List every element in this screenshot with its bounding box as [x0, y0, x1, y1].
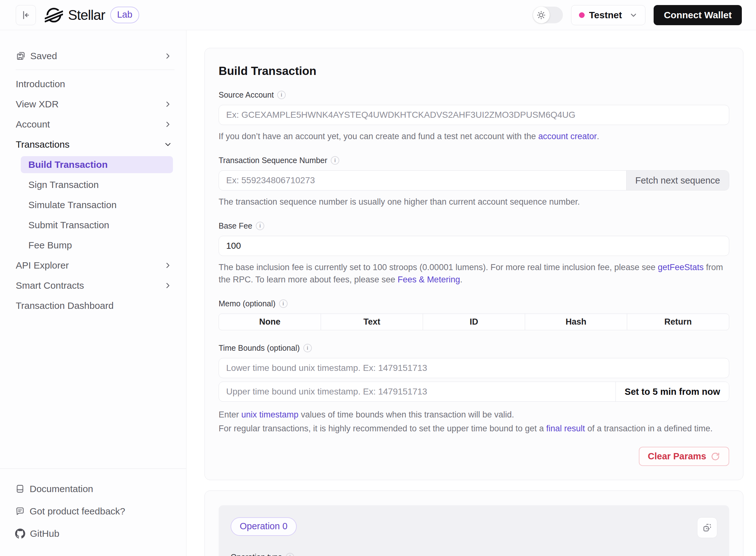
- unix-timestamp-link[interactable]: unix timestamp: [241, 410, 299, 419]
- fees-metering-link[interactable]: Fees & Metering: [397, 275, 460, 284]
- sidebar-item-label: Introduction: [16, 79, 65, 90]
- collapse-sidebar-button[interactable]: [16, 5, 36, 25]
- memo-tab-hash[interactable]: Hash: [525, 314, 627, 330]
- time-bounds-helper-2: For regular transactions, it is highly r…: [219, 422, 729, 435]
- chevron-down-icon: [629, 10, 638, 20]
- sidebar-divider: [16, 70, 174, 70]
- sidebar-item-label: Got product feedback?: [30, 506, 125, 517]
- final-result-link[interactable]: final result: [546, 424, 585, 433]
- chevron-down-icon: [163, 140, 172, 149]
- sidebar-item-label: Saved: [30, 51, 57, 61]
- sidebar-item-submit-transaction[interactable]: Submit Transaction: [0, 215, 186, 235]
- chevron-right-icon: [163, 100, 172, 109]
- lower-time-bound-input[interactable]: [219, 358, 729, 378]
- sidebar-item-github[interactable]: GitHub: [0, 522, 186, 545]
- memo-tab-id[interactable]: ID: [423, 314, 525, 330]
- get-fee-stats-link[interactable]: getFeeStats: [658, 263, 704, 272]
- info-icon[interactable]: i: [279, 300, 288, 308]
- sidebar-item-saved[interactable]: Saved: [0, 46, 186, 66]
- feedback-bubble-icon: [15, 506, 25, 516]
- sequence-field: Transaction Sequence Number i Fetch next…: [219, 156, 729, 208]
- set-5-min-button[interactable]: Set to 5 min from now: [616, 382, 729, 402]
- sidebar: Saved Introduction View XDR Account Tran…: [0, 30, 187, 556]
- base-fee-helper: The base inclusion fee is currently set …: [219, 261, 729, 286]
- connect-wallet-button[interactable]: Connect Wallet: [654, 5, 742, 25]
- info-icon[interactable]: i: [277, 91, 286, 99]
- chevron-right-icon: [163, 51, 172, 61]
- stellar-logo-icon: [45, 6, 63, 24]
- operations-card: Operation 0 Operation type i Select oper…: [204, 490, 744, 556]
- base-fee-input[interactable]: [219, 236, 729, 256]
- sequence-input[interactable]: [219, 171, 626, 190]
- sun-icon: [536, 10, 546, 20]
- source-account-field: Source Account i If you don’t have an ac…: [219, 90, 729, 143]
- sidebar-item-label: GitHub: [30, 528, 59, 539]
- sidebar-item-label: Sign Transaction: [28, 179, 99, 190]
- sidebar-item-label: Smart Contracts: [16, 280, 84, 291]
- copy-icon: [702, 522, 713, 533]
- main-content: Build Transaction Source Account i If yo…: [187, 30, 756, 556]
- sidebar-item-label: Submit Transaction: [28, 220, 109, 231]
- sidebar-footer: Documentation Got product feedback? GitH…: [0, 468, 186, 556]
- account-creator-link[interactable]: account creator: [538, 132, 597, 141]
- info-icon[interactable]: i: [256, 222, 264, 230]
- build-transaction-card: Build Transaction Source Account i If yo…: [204, 48, 744, 480]
- sidebar-item-feedback[interactable]: Got product feedback?: [0, 500, 186, 522]
- refresh-icon: [711, 452, 720, 461]
- sidebar-item-fee-bump[interactable]: Fee Bump: [0, 235, 186, 255]
- time-bounds-label: Time Bounds (optional): [219, 344, 300, 353]
- memo-tab-return[interactable]: Return: [627, 314, 729, 330]
- sidebar-item-api-explorer[interactable]: API Explorer: [0, 255, 186, 276]
- base-fee-label: Base Fee: [219, 221, 252, 231]
- sidebar-item-label: Documentation: [30, 484, 93, 494]
- sidebar-item-documentation[interactable]: Documentation: [0, 478, 186, 500]
- github-icon: [15, 529, 25, 539]
- duplicate-operation-button[interactable]: [697, 517, 717, 538]
- sidebar-item-smart-contracts[interactable]: Smart Contracts: [0, 276, 186, 296]
- network-status-dot: [579, 12, 585, 18]
- memo-tab-text[interactable]: Text: [321, 314, 423, 330]
- sidebar-item-label: API Explorer: [16, 260, 69, 271]
- memo-tab-group: None Text ID Hash Return: [219, 314, 729, 330]
- sequence-label: Transaction Sequence Number: [219, 156, 327, 165]
- collapse-sidebar-icon: [21, 10, 31, 21]
- source-account-label: Source Account: [219, 90, 274, 100]
- sidebar-item-view-xdr[interactable]: View XDR: [0, 94, 186, 114]
- memo-tab-none[interactable]: None: [219, 314, 321, 330]
- sidebar-item-build-transaction[interactable]: Build Transaction: [21, 156, 173, 173]
- fetch-next-sequence-button[interactable]: Fetch next sequence: [626, 171, 729, 190]
- sidebar-item-label: Simulate Transaction: [28, 200, 117, 210]
- info-icon[interactable]: i: [331, 156, 339, 165]
- time-bounds-field: Time Bounds (optional) i Set to 5 min fr…: [219, 344, 729, 435]
- sidebar-item-introduction[interactable]: Introduction: [0, 74, 186, 94]
- operation-badge[interactable]: Operation 0: [231, 517, 297, 536]
- clear-params-button[interactable]: Clear Params: [639, 447, 729, 466]
- sidebar-item-simulate-transaction[interactable]: Simulate Transaction: [0, 195, 186, 215]
- page-title: Build Transaction: [219, 65, 729, 78]
- sidebar-item-label: Transactions: [16, 139, 70, 150]
- operation-type-label: Operation type: [231, 553, 282, 556]
- base-fee-field: Base Fee i The base inclusion fee is cur…: [219, 221, 729, 286]
- info-icon[interactable]: i: [286, 553, 294, 556]
- app-header: Stellar Lab Testnet Connect Wallet: [0, 0, 756, 30]
- sidebar-item-transactions[interactable]: Transactions: [0, 134, 186, 154]
- source-account-helper: If you don’t have an account yet, you ca…: [219, 130, 729, 143]
- upper-time-bound-input[interactable]: [219, 382, 616, 402]
- brand-name: Stellar: [68, 7, 105, 23]
- save-icon: [16, 51, 26, 61]
- sequence-helper: The transaction sequence number is usual…: [219, 196, 729, 208]
- network-selector[interactable]: Testnet: [571, 5, 646, 25]
- lab-badge: Lab: [110, 7, 139, 23]
- theme-toggle[interactable]: [533, 7, 563, 23]
- sidebar-item-label: Transaction Dashboard: [16, 300, 114, 311]
- source-account-input[interactable]: [219, 105, 729, 125]
- brand[interactable]: Stellar Lab: [45, 6, 139, 24]
- sidebar-item-sign-transaction[interactable]: Sign Transaction: [0, 175, 186, 195]
- sidebar-item-label: View XDR: [16, 99, 59, 110]
- book-icon: [15, 484, 25, 494]
- sidebar-item-transaction-dashboard[interactable]: Transaction Dashboard: [0, 296, 186, 316]
- memo-label: Memo (optional): [219, 299, 275, 308]
- sidebar-item-account[interactable]: Account: [0, 114, 186, 134]
- info-icon[interactable]: i: [303, 344, 312, 352]
- chevron-right-icon: [163, 281, 172, 290]
